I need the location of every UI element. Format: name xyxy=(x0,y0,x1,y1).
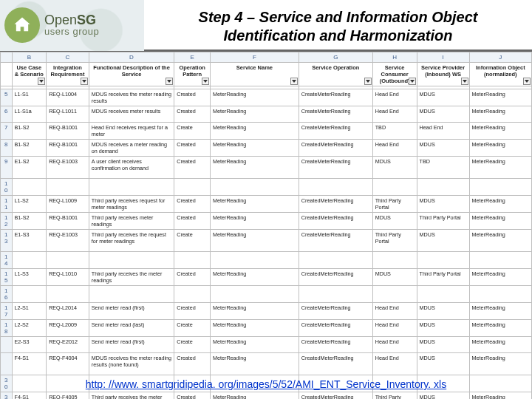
cell[interactable] xyxy=(89,179,174,196)
cell[interactable]: Send meter read (first) xyxy=(89,337,174,353)
column-header[interactable]: Service Provider (Inbound) WS xyxy=(417,63,469,86)
cell[interactable]: MeterReading xyxy=(211,320,299,337)
cell[interactable]: MDUS receives the meter reading results … xyxy=(89,353,174,375)
cell[interactable] xyxy=(299,286,372,303)
cell[interactable]: MeterReading xyxy=(469,303,531,320)
cell[interactable]: Head End xyxy=(372,353,417,375)
cell[interactable]: Create xyxy=(174,337,211,353)
cell[interactable] xyxy=(469,286,531,303)
filter-dropdown-icon[interactable] xyxy=(166,78,173,85)
cell[interactable]: Created xyxy=(174,303,211,320)
cell[interactable]: L2-S2 xyxy=(12,320,47,337)
cell[interactable]: MeterReading xyxy=(469,140,531,157)
cell[interactable]: MDUS xyxy=(417,320,469,337)
cell[interactable] xyxy=(372,179,417,196)
cell[interactable] xyxy=(211,286,299,303)
filter-dropdown-icon[interactable] xyxy=(38,78,45,85)
cell[interactable]: REQ-L1010 xyxy=(47,269,89,286)
column-header[interactable]: Service Operation xyxy=(299,63,372,86)
cell[interactable]: MDUS xyxy=(417,303,469,320)
cell[interactable] xyxy=(372,286,417,303)
cell[interactable]: CreatedMeterReading xyxy=(299,196,372,213)
cell[interactable]: MDUS receives meter results xyxy=(89,106,174,123)
cell[interactable]: MDUS xyxy=(417,89,469,106)
cell[interactable]: TBD xyxy=(417,157,469,179)
cell[interactable]: CreateMeterReading xyxy=(299,106,372,123)
cell[interactable]: CreatedMeterReading xyxy=(299,392,372,400)
cell[interactable]: CreatedMeterReading xyxy=(299,269,372,286)
cell[interactable]: Created xyxy=(174,106,211,123)
cell[interactable]: MeterReading xyxy=(469,106,531,123)
cell[interactable]: TBD xyxy=(372,123,417,140)
cell[interactable]: Third Party Portal xyxy=(417,269,469,286)
filter-dropdown-icon[interactable] xyxy=(409,78,416,85)
cell[interactable]: CreatedMeterReading xyxy=(299,213,372,230)
cell[interactable]: MeterReading xyxy=(211,230,299,252)
cell[interactable]: REQ-E1003 xyxy=(47,157,89,179)
cell[interactable]: Created xyxy=(174,89,211,106)
cell[interactable]: E2-S3 xyxy=(12,337,47,353)
column-header[interactable]: Integration Requirement xyxy=(47,63,89,86)
filter-dropdown-icon[interactable] xyxy=(523,78,531,85)
cell[interactable]: Head End xyxy=(372,303,417,320)
cell[interactable]: Create xyxy=(174,320,211,337)
cell[interactable] xyxy=(417,286,469,303)
cell[interactable]: MDUS xyxy=(417,196,469,213)
cell[interactable]: Created xyxy=(174,353,211,375)
cell[interactable]: MeterReading xyxy=(469,392,531,400)
cell[interactable] xyxy=(174,252,211,269)
cell[interactable]: MDUS receives a meter reading on demand xyxy=(89,140,174,157)
cell[interactable]: MeterReading xyxy=(211,196,299,213)
cell[interactable]: CreatedMeterReading xyxy=(299,353,372,375)
cell[interactable]: CreateMeterReading xyxy=(299,157,372,179)
cell[interactable] xyxy=(89,286,174,303)
cell[interactable]: MDUS xyxy=(417,230,469,252)
cell[interactable]: Third Party Portal xyxy=(417,213,469,230)
cell[interactable]: MeterReading xyxy=(469,353,531,375)
column-header[interactable]: Information Object (normalized) xyxy=(469,63,531,86)
cell[interactable]: Head End receives request for a meter xyxy=(89,123,174,140)
cell[interactable]: MeterReading xyxy=(469,320,531,337)
column-header[interactable]: Functional Description of the Service xyxy=(89,63,174,86)
cell[interactable]: Send meter read (last) xyxy=(89,320,174,337)
cell[interactable] xyxy=(417,179,469,196)
column-header[interactable]: Use Case & Scenario xyxy=(12,63,47,86)
cell[interactable]: REQ-B1001 xyxy=(47,123,89,140)
cell[interactable]: MDUS receives the meter reading results xyxy=(89,89,174,106)
cell[interactable]: Create xyxy=(174,123,211,140)
cell[interactable]: REQ-L1004 xyxy=(47,89,89,106)
cell[interactable]: REQ-E1003 xyxy=(47,230,89,252)
cell[interactable]: MeterReading xyxy=(469,337,531,353)
cell[interactable] xyxy=(12,179,47,196)
cell[interactable]: MeterReading xyxy=(211,353,299,375)
cell[interactable]: Third Party xyxy=(372,392,417,400)
cell[interactable] xyxy=(12,252,47,269)
cell[interactable]: MeterReading xyxy=(211,157,299,179)
cell[interactable] xyxy=(469,179,531,196)
filter-dropdown-icon[interactable] xyxy=(202,78,209,85)
cell[interactable]: MeterReading xyxy=(211,89,299,106)
cell[interactable]: MeterReading xyxy=(469,157,531,179)
cell[interactable]: MeterReading xyxy=(211,269,299,286)
cell[interactable]: REQ-E2012 xyxy=(47,337,89,353)
cell[interactable]: Head End xyxy=(372,89,417,106)
cell[interactable]: Created xyxy=(174,213,211,230)
cell[interactable]: L1-S1a xyxy=(12,106,47,123)
cell[interactable]: REQ-B1001 xyxy=(47,213,89,230)
cell[interactable] xyxy=(469,252,531,269)
cell[interactable]: B1-S2 xyxy=(12,140,47,157)
cell[interactable]: MeterReading xyxy=(211,123,299,140)
cell[interactable]: Send meter read (first) xyxy=(89,303,174,320)
cell[interactable]: Third party receives request for meter r… xyxy=(89,196,174,213)
filter-dropdown-icon[interactable] xyxy=(364,78,372,85)
cell[interactable] xyxy=(174,286,211,303)
cell[interactable]: MeterReading xyxy=(469,213,531,230)
cell[interactable]: MeterReading xyxy=(211,303,299,320)
cell[interactable]: Head End xyxy=(372,106,417,123)
cell[interactable]: REQ-F4005 xyxy=(47,392,89,400)
source-link[interactable]: http: //www. smartgridipedia. org/images… xyxy=(86,378,446,390)
cell[interactable]: REQ-B1001 xyxy=(47,140,89,157)
cell[interactable]: Created xyxy=(174,392,211,400)
cell[interactable]: MeterReading xyxy=(211,213,299,230)
cell[interactable]: Third party receives meter readings xyxy=(89,213,174,230)
